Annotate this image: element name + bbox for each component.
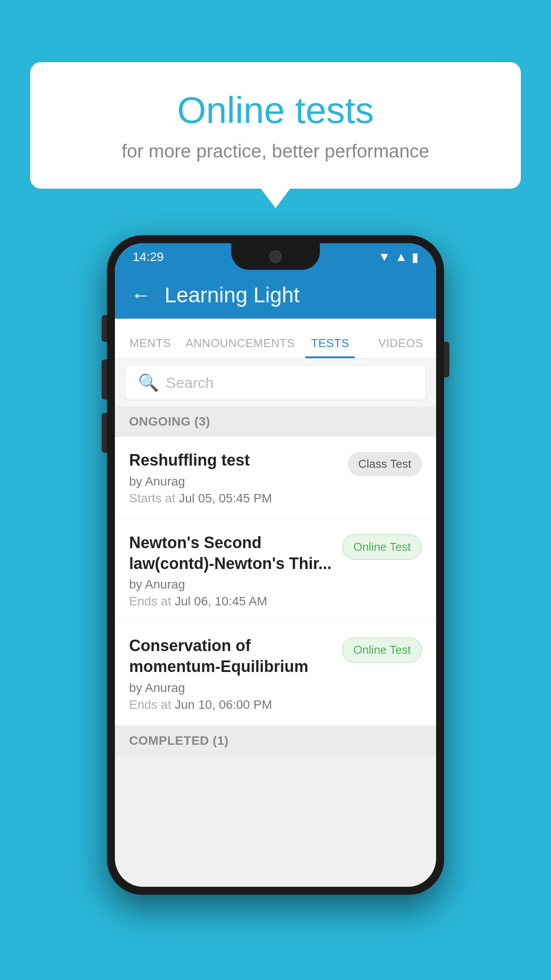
test-badge-1: Class Test <box>348 452 422 476</box>
back-button[interactable]: ← <box>131 283 151 307</box>
test-item-3[interactable]: Conservation of momentum-Equilibrium by … <box>115 622 436 726</box>
test-time-label-1: Starts at <box>129 491 175 505</box>
test-badge-3: Online Test <box>342 637 422 663</box>
test-item-1[interactable]: Reshuffling test by Anurag Starts at Jul… <box>115 437 436 519</box>
wifi-icon: ▼ <box>378 250 391 264</box>
app-header: ← Learning Light <box>115 271 436 319</box>
app-title: Learning Light <box>165 283 299 307</box>
test-time-label-2: Ends at <box>129 594 171 608</box>
volume-up-button <box>102 360 107 399</box>
phone-outer: 14:29 ▼ ▲ ▮ ← Learning Light MENTS ANNOU… <box>107 235 444 895</box>
silent-button <box>102 315 107 342</box>
test-name-3: Conservation of momentum-Equilibrium <box>129 636 335 677</box>
search-input[interactable]: Search <box>166 374 214 391</box>
signal-icon: ▲ <box>395 250 407 264</box>
status-icons: ▼ ▲ ▮ <box>378 250 418 265</box>
tab-videos[interactable]: VIDEOS <box>366 336 436 358</box>
test-name-1: Reshuffling test <box>129 450 341 471</box>
test-info-1: Reshuffling test by Anurag Starts at Jul… <box>129 450 341 506</box>
test-author-3: by Anurag <box>129 681 335 695</box>
test-time-value-2: Jul 06, 10:45 AM <box>175 594 268 608</box>
test-info-3: Conservation of momentum-Equilibrium by … <box>129 636 335 712</box>
test-time-1: Starts at Jul 05, 05:45 PM <box>129 491 341 506</box>
test-list: Reshuffling test by Anurag Starts at Jul… <box>115 437 436 726</box>
test-item-2[interactable]: Newton's Second law(contd)-Newton's Thir… <box>115 519 436 623</box>
phone-camera <box>269 250 282 263</box>
tab-announcements[interactable]: ANNOUNCEMENTS <box>185 336 295 358</box>
test-time-3: Ends at Jun 10, 06:00 PM <box>129 698 335 712</box>
bubble-title: Online tests <box>66 89 485 132</box>
test-author-2: by Anurag <box>129 577 335 592</box>
completed-section-header: COMPLETED (1) <box>115 726 436 756</box>
test-info-2: Newton's Second law(contd)-Newton's Thir… <box>129 533 335 609</box>
test-time-label-3: Ends at <box>129 698 171 711</box>
speech-bubble-container: Online tests for more practice, better p… <box>30 62 521 189</box>
test-name-2: Newton's Second law(contd)-Newton's Thir… <box>129 533 335 574</box>
ongoing-section-header: ONGOING (3) <box>115 407 436 437</box>
bubble-subtitle: for more practice, better performance <box>66 141 485 162</box>
power-button <box>444 342 449 377</box>
battery-icon: ▮ <box>412 250 418 265</box>
phone-notch <box>231 243 320 270</box>
test-time-2: Ends at Jul 06, 10:45 AM <box>129 594 335 609</box>
status-time: 14:29 <box>133 250 164 264</box>
test-time-value-3: Jun 10, 06:00 PM <box>175 698 272 711</box>
search-icon: 🔍 <box>138 373 159 392</box>
test-badge-2: Online Test <box>342 534 422 560</box>
search-bar[interactable]: 🔍 Search <box>126 366 425 399</box>
test-time-value-1: Jul 05, 05:45 PM <box>179 491 272 505</box>
tab-tests[interactable]: TESTS <box>295 336 366 358</box>
test-author-1: by Anurag <box>129 474 341 489</box>
tabs-bar: MENTS ANNOUNCEMENTS TESTS VIDEOS <box>115 319 436 359</box>
tab-ments[interactable]: MENTS <box>115 336 185 358</box>
search-container: 🔍 Search <box>115 359 436 407</box>
phone-wrapper: 14:29 ▼ ▲ ▮ ← Learning Light MENTS ANNOU… <box>107 235 444 895</box>
phone-screen: 14:29 ▼ ▲ ▮ ← Learning Light MENTS ANNOU… <box>115 243 436 887</box>
volume-down-button <box>102 413 107 453</box>
speech-bubble: Online tests for more practice, better p… <box>30 62 521 189</box>
